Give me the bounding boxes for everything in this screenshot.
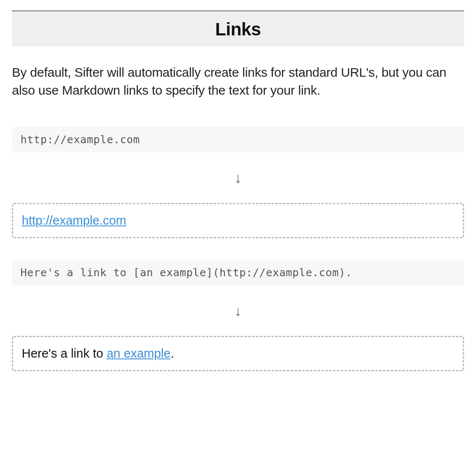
section-header: Links — [12, 10, 464, 46]
code-input: http://example.com — [12, 127, 464, 153]
example-block: http://example.com ↓ http://example.com — [12, 127, 464, 238]
output-text-prefix: Here's a link to — [22, 347, 107, 360]
output-text-suffix: . — [171, 347, 174, 360]
rendered-output: http://example.com — [12, 203, 464, 238]
code-input: Here's a link to [an example](http://exa… — [12, 260, 464, 286]
rendered-output: Here's a link to an example. — [12, 336, 464, 371]
output-link[interactable]: http://example.com — [22, 214, 126, 227]
section-title: Links — [12, 19, 464, 40]
arrow-down-icon: ↓ — [12, 171, 464, 185]
example-block: Here's a link to [an example](http://exa… — [12, 260, 464, 371]
arrow-down-icon: ↓ — [12, 303, 464, 318]
section-intro: By default, Sifter will automatically cr… — [12, 64, 464, 99]
output-link[interactable]: an example — [107, 347, 171, 360]
